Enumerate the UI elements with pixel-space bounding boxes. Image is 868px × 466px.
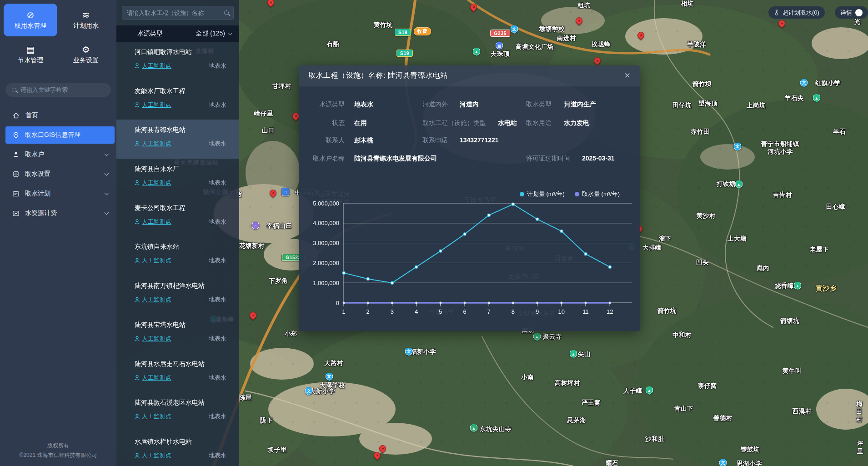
station-list-item[interactable]: 陆河县水唇走马石水电站 人工监测点 地表水 — [116, 354, 239, 393]
search-icon — [12, 88, 16, 92]
filter-value: 全部 (125) — [196, 30, 225, 38]
field-label: 取水用途 — [526, 119, 552, 127]
person-icon — [135, 297, 140, 302]
station-list-item[interactable]: 河口镇唱歌潭水电站 人工监测点 地表水 — [116, 42, 239, 81]
field-value: 河道内 — [460, 100, 479, 109]
application-window: 黄竹坑粗坑相坑天珠顶墩塘学校南进村挨垅蜂芋陂洋际光石船龙颈根高塘文化广场红旗小学… — [0, 0, 868, 466]
svg-text:10: 10 — [558, 308, 565, 315]
monitor-link[interactable]: 人工监测点 — [135, 179, 171, 187]
purple-marker-icon: ⌂ — [252, 222, 260, 230]
monitor-link[interactable]: 人工监测点 — [135, 335, 171, 343]
water-type-label: 地表水 — [209, 218, 226, 226]
person-icon — [135, 102, 140, 108]
detail-toggle-label: 详情 — [840, 9, 852, 17]
person-icon — [135, 258, 140, 263]
svg-text:2: 2 — [366, 308, 370, 315]
water-type-label: 地表水 — [209, 296, 226, 304]
monitor-label: 人工监测点 — [142, 374, 171, 382]
monitor-link[interactable]: 人工监测点 — [135, 412, 171, 421]
module-water-usage[interactable]: ⊘ 取用水管理 — [4, 4, 57, 36]
chevron-down-icon — [105, 210, 109, 215]
station-list-panel: 水源类型 全部 (125) 河口镇唱歌潭水电站 人工监测点 地表水 — [116, 0, 239, 466]
station-list-item[interactable]: 陆河县宝塔水电站 人工监测点 地表水 — [116, 315, 239, 354]
field-value: 水力发电 — [564, 119, 589, 127]
svg-text:1: 1 — [342, 308, 345, 315]
monitor-label: 人工监测点 — [142, 101, 171, 109]
water-usage-icon: ⊘ — [27, 10, 35, 20]
school-marker-icon: 文 — [305, 387, 313, 395]
field-label: 联系人 — [299, 136, 345, 145]
station-name: 陆河县宝塔水电站 — [135, 321, 232, 329]
water-type-label: 地表水 — [209, 62, 226, 70]
svg-text:3,000,000: 3,000,000 — [313, 240, 339, 246]
station-list-item[interactable]: 友能水厂取水工程 人工监测点 地表水 — [116, 81, 239, 120]
station-list-item[interactable]: 东坑镇自来水站 人工监测点 地表水 — [116, 236, 239, 276]
close-icon[interactable]: ✕ — [624, 72, 631, 80]
field-value: 彭木桃 — [354, 136, 373, 145]
copyright-footer: 版权所有 ©2021 珠海市仁智科技有限公司 — [0, 441, 116, 466]
toggle-knob[interactable] — [855, 9, 863, 16]
monitor-link[interactable]: 人工监测点 — [135, 101, 171, 109]
station-list-item[interactable]: 陆河县南万镇杞洋水电站 人工监测点 地表水 — [116, 276, 239, 315]
person-icon — [135, 141, 140, 146]
person-icon — [135, 336, 140, 341]
module-water-saving[interactable]: ▤ 节水管理 — [4, 38, 57, 71]
water-type-label: 地表水 — [209, 140, 226, 148]
monitor-label: 人工监测点 — [142, 335, 171, 343]
svg-text:12: 12 — [607, 308, 613, 315]
keyword-search-input[interactable] — [20, 86, 105, 93]
source-filter-dropdown[interactable]: 全部 (125) — [196, 30, 232, 38]
menu-item-water-billing[interactable]: 水资源计费 — [5, 205, 115, 222]
field-value: 2025-03-31 — [582, 155, 615, 162]
station-search-input[interactable] — [127, 10, 224, 16]
copyright-line1: 版权所有 — [0, 441, 116, 450]
person-icon — [135, 453, 140, 458]
monitor-link[interactable]: 人工监测点 — [135, 374, 171, 382]
svg-text:11: 11 — [582, 308, 589, 315]
flask-icon — [774, 10, 779, 15]
menu-label: 取水计划 — [25, 190, 50, 198]
over-plan-intake-button[interactable]: 超计划取水(0) — [768, 6, 825, 19]
monitor-link[interactable]: 人工监测点 — [135, 256, 171, 265]
monitor-label: 人工监测点 — [142, 179, 171, 187]
menu-item-gis-management[interactable]: 取水口GIS信息管理 — [5, 126, 115, 144]
monitor-link[interactable]: 人工监测点 — [135, 140, 171, 148]
water-type-label: 地表水 — [209, 374, 226, 382]
station-list-item[interactable]: 陆河县自来水厂 人工监测点 地表水 — [116, 159, 239, 198]
module-label: 节水管理 — [18, 56, 43, 65]
menu-item-intake-plan[interactable]: 取水计划 — [5, 185, 115, 202]
module-business-settings[interactable]: ⚙ 业务设置 — [59, 38, 113, 71]
person-icon — [135, 180, 140, 185]
chevron-down-icon — [105, 191, 109, 195]
menu-label: 取水户 — [25, 150, 44, 159]
station-list-item[interactable]: 水唇镇水栏肚水电站 人工监测点 地表水 — [116, 431, 239, 466]
monitor-link[interactable]: 人工监测点 — [135, 451, 171, 460]
menu-item-intake-settings[interactable]: 取水设置 — [5, 165, 115, 183]
station-list-item[interactable]: 陆河县青磜水电站 人工监测点 地表水 — [116, 120, 239, 159]
field-label: 取水户名称 — [299, 155, 345, 163]
keyword-search-box[interactable] — [5, 83, 111, 97]
svg-text:6: 6 — [463, 308, 466, 315]
field-label: 取水工程（设施）类型 — [422, 119, 486, 127]
station-list-item[interactable]: 麦卡公司取水工程 人工监测点 地表水 — [116, 198, 239, 237]
plan-icon — [13, 191, 19, 197]
station-name: 友能水厂取水工程 — [135, 87, 232, 95]
menu-item-water-users[interactable]: 取水户 — [5, 146, 115, 163]
monitor-label: 人工监测点 — [142, 140, 171, 148]
station-name: 陆河县激石溪老区水电站 — [135, 399, 232, 407]
monitor-link[interactable]: 人工监测点 — [135, 62, 171, 70]
person-icon — [135, 375, 140, 381]
field-label: 状态 — [299, 119, 345, 127]
monitor-link[interactable]: 人工监测点 — [135, 218, 171, 226]
station-search-box[interactable] — [122, 6, 234, 20]
detail-toggle[interactable]: 详情 — [835, 6, 868, 19]
module-planned-water[interactable]: ≋ 计划用水 — [59, 4, 113, 36]
module-label: 业务设置 — [73, 56, 99, 65]
monitor-link[interactable]: 人工监测点 — [135, 296, 171, 304]
mountain-marker-icon: ▲ — [794, 282, 802, 290]
menu-item-home[interactable]: 首页 — [5, 107, 115, 124]
water-type-label: 地表水 — [209, 451, 226, 460]
station-list-item[interactable]: 陆河县激石溪老区水电站 人工监测点 地表水 — [116, 392, 239, 431]
road-shield: 收费 — [414, 27, 431, 35]
list-header: 水源类型 全部 (125) — [116, 25, 239, 42]
